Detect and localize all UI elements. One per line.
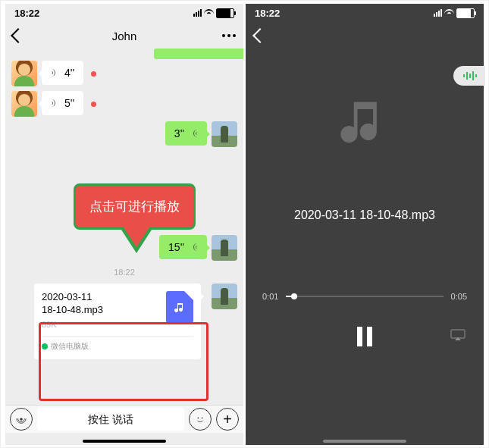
callout-tooltip: 点击可进行播放 (74, 183, 196, 230)
svg-point-1 (198, 417, 199, 418)
more-icon[interactable] (222, 34, 236, 37)
avatar[interactable] (11, 91, 37, 117)
status-time: 18:22 (255, 8, 280, 19)
time-elapsed: 0:01 (262, 292, 278, 301)
back-icon[interactable] (252, 28, 268, 43)
avatar[interactable] (212, 235, 237, 261)
back-icon[interactable] (11, 28, 26, 43)
avatar[interactable] (212, 121, 237, 147)
voice-input-icon[interactable] (10, 408, 33, 431)
signal-icon (434, 9, 442, 17)
file-source: 微信电脑版 (42, 336, 193, 352)
avatar[interactable] (11, 61, 37, 86)
wechat-dot-icon (42, 343, 48, 349)
msg-voice-out[interactable]: 3'' (5, 119, 243, 149)
status-time: 18:22 (14, 8, 39, 19)
wifi-icon (444, 9, 454, 17)
player-filename: 2020-03-11 18-10-48.mp3 (294, 208, 435, 222)
file-size: 89K (42, 319, 158, 330)
pause-button[interactable] (357, 327, 372, 346)
airplay-icon[interactable] (450, 329, 465, 344)
avatar[interactable] (212, 284, 237, 309)
seek-track[interactable] (286, 296, 443, 297)
svg-point-0 (20, 418, 23, 421)
hold-to-talk[interactable]: 按住 说话 (37, 408, 184, 431)
file-name: 2020-03-11 (42, 291, 158, 304)
svg-point-2 (202, 417, 203, 418)
signal-icon (193, 9, 202, 17)
unread-dot (91, 71, 96, 77)
battery-icon (216, 8, 234, 18)
time-total: 0:05 (451, 292, 467, 301)
msg-voice-in[interactable]: 5'' (5, 89, 243, 119)
msg-file[interactable]: 2020-03-11 18-10-48.mp3 89K 微信电脑版 (5, 281, 243, 362)
chat-title: John (5, 30, 243, 42)
wifi-icon (204, 9, 214, 17)
progress-bar[interactable]: 0:01 0:05 (262, 292, 467, 301)
emoji-icon[interactable] (189, 408, 212, 431)
player-body: 2020-03-11 18-10-48.mp3 0:01 0:05 (246, 95, 484, 392)
music-note-icon (336, 95, 393, 155)
input-bar: 按住 说话 + (5, 405, 243, 433)
status-bar: 18:22 (5, 4, 243, 22)
unread-dot (91, 102, 96, 107)
player-nav (246, 22, 484, 49)
svg-rect-8 (451, 330, 465, 338)
voice-icon (189, 128, 198, 139)
voice-icon (51, 67, 60, 78)
home-indicator[interactable] (323, 440, 406, 443)
player-screen: 18:22 2020-03-11 18-10-48.mp3 0:01 0:05 (246, 4, 484, 445)
battery-icon (456, 8, 475, 18)
music-file-icon (166, 291, 193, 323)
waveform-button[interactable] (453, 66, 485, 86)
voice-icon (189, 242, 198, 252)
home-indicator[interactable] (83, 440, 166, 443)
voice-icon (51, 98, 60, 108)
plus-icon[interactable]: + (216, 408, 239, 431)
file-card[interactable]: 2020-03-11 18-10-48.mp3 89K 微信电脑版 (34, 284, 201, 359)
status-bar: 18:22 (246, 4, 484, 22)
msg-voice-in[interactable]: 4'' (5, 58, 243, 89)
file-name: 18-10-48.mp3 (42, 304, 158, 317)
chat-nav: John (5, 22, 243, 49)
